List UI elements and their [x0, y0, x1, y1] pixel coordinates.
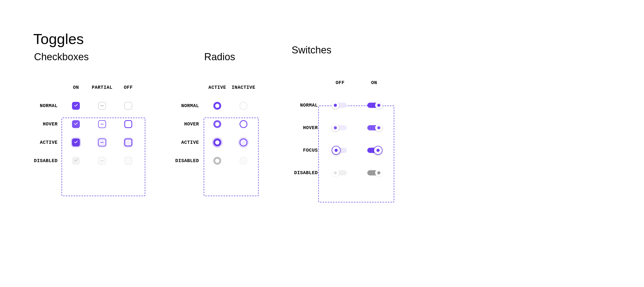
- checkbox-off-active[interactable]: [124, 139, 132, 146]
- switch-row-focus: FOCUS: [303, 148, 323, 153]
- radio-inactive-hover[interactable]: [240, 120, 247, 128]
- check-icon: [74, 140, 78, 145]
- switch-knob: [332, 169, 339, 176]
- checkbox-on-disabled: [72, 157, 80, 165]
- checkbox-col-on: ON: [73, 85, 79, 90]
- switch-off-focus[interactable]: [333, 148, 347, 153]
- checkbox-on-active[interactable]: [72, 139, 80, 146]
- radio-col-active: ACTIVE: [208, 85, 226, 90]
- page-title: Toggles: [33, 30, 84, 47]
- checkbox-partial-disabled: [98, 157, 106, 165]
- checkbox-col-partial: PARTIAL: [92, 85, 112, 90]
- radios-section: Radios ACTIVE INACTIVE NORMAL HOVER ACTI…: [173, 51, 272, 170]
- switch-on-focus[interactable]: [367, 148, 381, 153]
- switch-on-normal[interactable]: [367, 103, 381, 108]
- checkbox-on-normal[interactable]: [72, 102, 80, 110]
- radio-active-disabled: [213, 157, 221, 165]
- checkbox-row-disabled: DISABLED: [34, 158, 63, 163]
- switches-section: Switches OFF ON NORMAL HOVER FOCUS DISAB…: [292, 45, 402, 184]
- checkbox-partial-normal[interactable]: [98, 102, 106, 110]
- dash-icon: [101, 106, 104, 106]
- radio-row-active: ACTIVE: [181, 140, 204, 145]
- checkbox-partial-hover[interactable]: [98, 120, 106, 128]
- switch-col-on: ON: [371, 80, 377, 85]
- switch-knob: [332, 124, 339, 131]
- checkbox-row-hover: HOVER: [43, 122, 63, 127]
- checkboxes-section: Checkboxes ON PARTIAL OFF NORMAL HOVER A…: [34, 51, 173, 170]
- switch-knob: [375, 124, 382, 131]
- check-icon: [74, 103, 78, 109]
- checkbox-off-normal[interactable]: [124, 102, 132, 110]
- dash-icon: [101, 161, 104, 161]
- checkbox-row-normal: NORMAL: [40, 103, 63, 108]
- radios-title: Radios: [204, 51, 272, 63]
- switches-title: Switches: [292, 45, 402, 56]
- radio-inactive-active[interactable]: [240, 139, 247, 146]
- checkbox-partial-active[interactable]: [98, 139, 106, 146]
- switch-col-off: OFF: [336, 80, 345, 85]
- radio-row-disabled: DISABLED: [175, 158, 204, 163]
- switch-row-disabled: DISABLED: [294, 170, 323, 175]
- switch-on-hover[interactable]: [367, 125, 381, 130]
- radio-active-normal[interactable]: [213, 102, 221, 110]
- checkbox-col-off: OFF: [124, 85, 133, 90]
- switch-off-normal[interactable]: [333, 103, 347, 108]
- switch-row-hover: HOVER: [303, 125, 323, 130]
- radio-row-hover: HOVER: [184, 122, 204, 127]
- radio-active-active[interactable]: [213, 139, 221, 146]
- switch-off-disabled: [333, 170, 347, 175]
- checkbox-on-hover[interactable]: [72, 120, 80, 128]
- checkbox-row-active: ACTIVE: [40, 140, 63, 145]
- switch-knob: [332, 146, 341, 155]
- radio-inactive-disabled: [240, 157, 247, 165]
- switch-off-hover[interactable]: [333, 125, 347, 130]
- switch-knob: [332, 102, 339, 109]
- checkbox-off-disabled: [124, 157, 132, 165]
- check-icon: [74, 158, 78, 164]
- switch-knob: [375, 102, 382, 109]
- radio-active-hover[interactable]: [213, 120, 221, 128]
- dash-icon: [101, 142, 104, 143]
- switch-on-disabled: [367, 170, 381, 175]
- radio-col-inactive: INACTIVE: [232, 85, 255, 90]
- check-icon: [74, 121, 78, 127]
- checkboxes-title: Checkboxes: [34, 51, 173, 63]
- switch-knob: [374, 146, 382, 155]
- switch-knob: [375, 169, 382, 176]
- checkbox-off-hover[interactable]: [124, 120, 132, 128]
- switch-row-normal: NORMAL: [300, 103, 323, 108]
- dash-icon: [101, 124, 104, 124]
- radio-row-normal: NORMAL: [181, 103, 204, 108]
- radio-inactive-normal[interactable]: [240, 102, 247, 110]
